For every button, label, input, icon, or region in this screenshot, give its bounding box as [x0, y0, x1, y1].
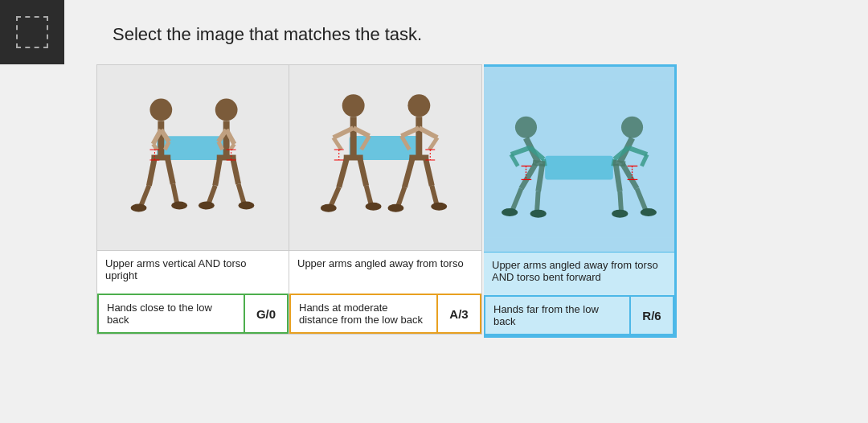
svg-line-58: [398, 187, 404, 206]
svg-rect-67: [545, 156, 613, 180]
mannequin-1-svg: [97, 65, 289, 250]
card-1-hands-label: Hands close to the low back: [99, 295, 245, 332]
svg-point-17: [215, 99, 238, 121]
svg-line-61: [432, 186, 436, 204]
svg-point-84: [621, 117, 643, 138]
app-icon: [16, 16, 48, 48]
card-2-posture-label: Upper arms angled away from torso: [289, 250, 481, 294]
svg-point-26: [199, 202, 215, 210]
svg-point-59: [387, 204, 403, 212]
svg-line-4: [153, 144, 157, 150]
card-3[interactable]: Upper arms angled away from torso AND to…: [484, 64, 677, 338]
svg-line-41: [339, 158, 347, 187]
card-1[interactable]: Upper arms vertical AND torso upright Ha…: [96, 64, 289, 335]
card-2-image: [289, 65, 481, 250]
card-2[interactable]: Upper arms angled away from torso Hands …: [289, 64, 482, 335]
svg-line-55: [429, 138, 437, 150]
svg-point-13: [171, 202, 187, 210]
svg-point-77: [502, 208, 518, 216]
svg-line-25: [209, 186, 215, 203]
card-2-badge-row: Hands at moderate distance from the low …: [289, 294, 481, 334]
svg-line-42: [331, 187, 339, 206]
svg-line-22: [231, 144, 235, 150]
card-1-posture-label: Upper arms vertical AND torso upright: [97, 250, 289, 294]
svg-point-80: [530, 210, 547, 218]
card-2-hands-label: Hands at moderate distance from the low …: [291, 295, 438, 332]
card-3-posture-label: Upper arms angled away from torso AND to…: [484, 252, 674, 295]
svg-point-68: [515, 117, 537, 138]
card-3-badge-code: R/6: [631, 297, 673, 334]
instruction-text: Select the image that matches the task.: [113, 24, 836, 45]
card-1-image: [97, 65, 289, 250]
svg-line-45: [366, 186, 371, 204]
svg-line-11: [167, 158, 173, 184]
svg-line-44: [360, 158, 366, 186]
svg-point-43: [321, 204, 337, 212]
main-content: Select the image that matches the task.: [0, 0, 868, 423]
svg-point-34: [342, 94, 365, 117]
card-2-badge-code: A/3: [438, 295, 480, 332]
svg-line-79: [537, 191, 538, 212]
top-bar: [0, 0, 64, 64]
svg-line-28: [239, 184, 244, 203]
svg-line-24: [215, 158, 220, 186]
svg-line-9: [141, 186, 149, 206]
mannequin-3-svg: [484, 67, 674, 252]
svg-point-50: [407, 94, 430, 117]
card-3-badge-row: Hands far from the low back R/6: [484, 295, 674, 335]
card-1-badge-row: Hands close to the low back G/0: [97, 294, 289, 334]
card-3-hands-label: Hands far from the low back: [485, 297, 631, 334]
svg-line-12: [173, 184, 177, 203]
card-1-badge-code: G/0: [245, 295, 287, 332]
svg-line-27: [233, 158, 239, 184]
svg-point-10: [131, 204, 147, 212]
svg-point-29: [239, 202, 255, 210]
cards-container: Upper arms vertical AND torso upright Ha…: [96, 64, 836, 338]
svg-point-96: [641, 208, 657, 216]
card-3-image: [484, 67, 674, 252]
svg-point-1: [149, 99, 172, 121]
svg-point-93: [612, 210, 628, 218]
mannequin-2-svg: [289, 65, 481, 250]
svg-line-60: [425, 158, 432, 186]
svg-line-8: [149, 158, 154, 186]
svg-line-57: [404, 158, 412, 187]
svg-point-62: [431, 203, 447, 211]
svg-line-92: [620, 191, 621, 212]
svg-line-37: [334, 138, 342, 150]
svg-point-46: [366, 203, 382, 211]
